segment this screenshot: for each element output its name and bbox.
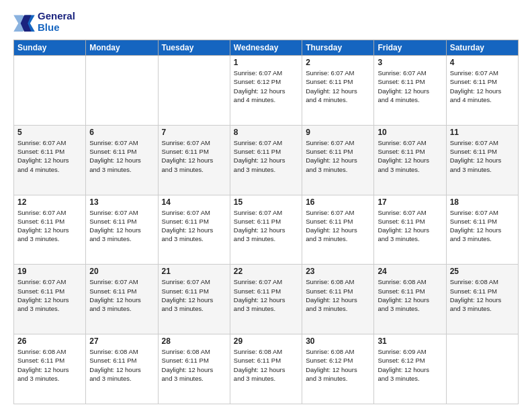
calendar-cell: 28Sunrise: 6:08 AM Sunset: 6:11 PM Dayli… (158, 334, 230, 404)
day-info: Sunrise: 6:07 AM Sunset: 6:11 PM Dayligh… (17, 208, 82, 244)
weekday-header-friday: Friday (374, 40, 446, 56)
calendar-cell: 6Sunrise: 6:07 AM Sunset: 6:11 PM Daylig… (86, 125, 158, 195)
weekday-header-tuesday: Tuesday (158, 40, 230, 56)
weekday-header-monday: Monday (86, 40, 158, 56)
day-info: Sunrise: 6:07 AM Sunset: 6:11 PM Dayligh… (162, 277, 226, 313)
day-info: Sunrise: 6:08 AM Sunset: 6:11 PM Dayligh… (17, 347, 82, 383)
day-number: 18 (450, 197, 515, 207)
calendar-cell: 5Sunrise: 6:07 AM Sunset: 6:11 PM Daylig… (14, 125, 86, 195)
calendar-cell: 30Sunrise: 6:08 AM Sunset: 6:12 PM Dayli… (302, 334, 374, 404)
day-info: Sunrise: 6:08 AM Sunset: 6:11 PM Dayligh… (450, 277, 515, 313)
calendar-cell: 18Sunrise: 6:07 AM Sunset: 6:11 PM Dayli… (446, 195, 518, 265)
day-info: Sunrise: 6:07 AM Sunset: 6:11 PM Dayligh… (306, 68, 370, 104)
day-number: 7 (162, 128, 226, 137)
weekday-header-wednesday: Wednesday (230, 40, 302, 56)
calendar-cell: 27Sunrise: 6:08 AM Sunset: 6:11 PM Dayli… (86, 334, 158, 404)
day-number: 4 (450, 58, 515, 67)
calendar-cell: 10Sunrise: 6:07 AM Sunset: 6:11 PM Dayli… (374, 125, 446, 195)
day-info: Sunrise: 6:07 AM Sunset: 6:11 PM Dayligh… (89, 138, 154, 174)
day-info: Sunrise: 6:07 AM Sunset: 6:11 PM Dayligh… (450, 138, 515, 174)
day-info: Sunrise: 6:07 AM Sunset: 6:11 PM Dayligh… (378, 138, 442, 174)
calendar-cell: 4Sunrise: 6:07 AM Sunset: 6:11 PM Daylig… (446, 56, 518, 126)
weekday-header-saturday: Saturday (446, 40, 518, 56)
calendar-cell: 12Sunrise: 6:07 AM Sunset: 6:11 PM Dayli… (14, 195, 86, 265)
calendar-cell: 3Sunrise: 6:07 AM Sunset: 6:11 PM Daylig… (374, 56, 446, 126)
day-info: Sunrise: 6:08 AM Sunset: 6:11 PM Dayligh… (378, 277, 442, 313)
day-number: 9 (306, 128, 370, 137)
day-number: 1 (234, 58, 298, 67)
calendar-cell (14, 56, 86, 126)
day-number: 20 (89, 267, 154, 276)
day-number: 29 (234, 336, 298, 346)
day-number: 5 (17, 128, 82, 137)
day-info: Sunrise: 6:07 AM Sunset: 6:11 PM Dayligh… (450, 208, 515, 244)
day-number: 12 (17, 197, 82, 207)
calendar-cell: 14Sunrise: 6:07 AM Sunset: 6:11 PM Dayli… (158, 195, 230, 265)
calendar-cell: 9Sunrise: 6:07 AM Sunset: 6:11 PM Daylig… (302, 125, 374, 195)
calendar-cell: 8Sunrise: 6:07 AM Sunset: 6:11 PM Daylig… (230, 125, 302, 195)
calendar-week-4: 19Sunrise: 6:07 AM Sunset: 6:11 PM Dayli… (14, 265, 519, 334)
day-number: 30 (306, 336, 370, 346)
day-info: Sunrise: 6:08 AM Sunset: 6:11 PM Dayligh… (89, 347, 154, 383)
calendar-cell: 15Sunrise: 6:07 AM Sunset: 6:11 PM Dayli… (230, 195, 302, 265)
calendar-cell: 19Sunrise: 6:07 AM Sunset: 6:11 PM Dayli… (14, 265, 86, 334)
calendar-cell: 22Sunrise: 6:07 AM Sunset: 6:11 PM Dayli… (230, 265, 302, 334)
calendar-table: SundayMondayTuesdayWednesdayThursdayFrid… (13, 40, 519, 404)
calendar-cell (158, 56, 230, 126)
day-info: Sunrise: 6:08 AM Sunset: 6:11 PM Dayligh… (162, 347, 226, 383)
day-number: 14 (162, 197, 226, 207)
calendar-cell: 20Sunrise: 6:07 AM Sunset: 6:11 PM Dayli… (86, 265, 158, 334)
day-info: Sunrise: 6:07 AM Sunset: 6:11 PM Dayligh… (234, 138, 298, 174)
calendar-cell: 1Sunrise: 6:07 AM Sunset: 6:12 PM Daylig… (230, 56, 302, 126)
day-number: 2 (306, 58, 370, 67)
day-info: Sunrise: 6:08 AM Sunset: 6:11 PM Dayligh… (306, 277, 370, 313)
calendar-cell: 21Sunrise: 6:07 AM Sunset: 6:11 PM Dayli… (158, 265, 230, 334)
day-number: 8 (234, 128, 298, 137)
day-number: 27 (89, 336, 154, 346)
day-number: 31 (378, 336, 442, 346)
day-info: Sunrise: 6:07 AM Sunset: 6:11 PM Dayligh… (234, 208, 298, 244)
calendar-cell: 17Sunrise: 6:07 AM Sunset: 6:11 PM Dayli… (374, 195, 446, 265)
calendar-cell: 23Sunrise: 6:08 AM Sunset: 6:11 PM Dayli… (302, 265, 374, 334)
day-number: 25 (450, 267, 515, 276)
day-number: 11 (450, 128, 515, 137)
calendar-cell: 11Sunrise: 6:07 AM Sunset: 6:11 PM Dayli… (446, 125, 518, 195)
calendar-week-5: 26Sunrise: 6:08 AM Sunset: 6:11 PM Dayli… (14, 334, 519, 404)
weekday-header-thursday: Thursday (302, 40, 374, 56)
day-number: 22 (234, 267, 298, 276)
day-number: 26 (17, 336, 82, 346)
calendar-cell: 16Sunrise: 6:07 AM Sunset: 6:11 PM Dayli… (302, 195, 374, 265)
calendar-week-1: 1Sunrise: 6:07 AM Sunset: 6:12 PM Daylig… (14, 56, 519, 126)
header: General Blue (13, 11, 519, 33)
page: General Blue SundayMondayTuesdayWednesda… (0, 0, 532, 411)
day-info: Sunrise: 6:07 AM Sunset: 6:11 PM Dayligh… (378, 208, 442, 244)
day-number: 15 (234, 197, 298, 207)
day-info: Sunrise: 6:07 AM Sunset: 6:11 PM Dayligh… (17, 277, 82, 313)
day-number: 3 (378, 58, 442, 67)
day-number: 17 (378, 197, 442, 207)
day-info: Sunrise: 6:08 AM Sunset: 6:12 PM Dayligh… (306, 347, 370, 383)
day-info: Sunrise: 6:07 AM Sunset: 6:12 PM Dayligh… (234, 68, 298, 104)
day-info: Sunrise: 6:07 AM Sunset: 6:11 PM Dayligh… (17, 138, 82, 174)
logo: General Blue (13, 11, 75, 33)
day-number: 16 (306, 197, 370, 207)
calendar-week-3: 12Sunrise: 6:07 AM Sunset: 6:11 PM Dayli… (14, 195, 519, 265)
day-info: Sunrise: 6:07 AM Sunset: 6:11 PM Dayligh… (89, 208, 154, 244)
calendar-cell: 13Sunrise: 6:07 AM Sunset: 6:11 PM Dayli… (86, 195, 158, 265)
calendar-cell (86, 56, 158, 126)
day-number: 23 (306, 267, 370, 276)
weekday-header-row: SundayMondayTuesdayWednesdayThursdayFrid… (14, 40, 519, 56)
day-info: Sunrise: 6:09 AM Sunset: 6:12 PM Dayligh… (378, 347, 442, 383)
logo-icon (13, 13, 35, 32)
day-info: Sunrise: 6:07 AM Sunset: 6:11 PM Dayligh… (306, 138, 370, 174)
calendar-cell: 29Sunrise: 6:08 AM Sunset: 6:11 PM Dayli… (230, 334, 302, 404)
calendar-cell: 25Sunrise: 6:08 AM Sunset: 6:11 PM Dayli… (446, 265, 518, 334)
logo-text: General Blue (38, 11, 75, 33)
day-number: 24 (378, 267, 442, 276)
day-info: Sunrise: 6:07 AM Sunset: 6:11 PM Dayligh… (306, 208, 370, 244)
day-number: 28 (162, 336, 226, 346)
weekday-header-sunday: Sunday (14, 40, 86, 56)
day-number: 6 (89, 128, 154, 137)
calendar-cell: 7Sunrise: 6:07 AM Sunset: 6:11 PM Daylig… (158, 125, 230, 195)
day-info: Sunrise: 6:07 AM Sunset: 6:11 PM Dayligh… (378, 68, 442, 104)
